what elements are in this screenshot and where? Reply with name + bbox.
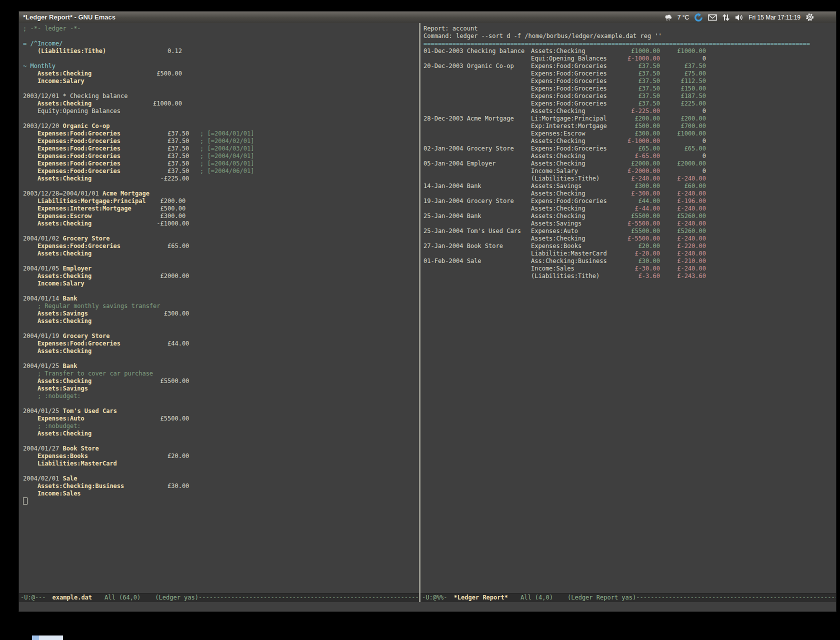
ledger-line: 2003/12/28=2004/01/01 Acme Mortgage xyxy=(23,190,419,198)
left-modeline[interactable]: -U:@---example.datAll (64,0)(Ledger yas)… xyxy=(19,593,419,602)
ledger-line: ; :nobudget: xyxy=(23,392,419,400)
ledger-line: 2004/01/14 Bank xyxy=(23,295,419,302)
register-row: 05-Jan-2004 EmployerAssets:Checking£2000… xyxy=(424,160,836,168)
register-row: Income:Sales£-30.00£-240.00 xyxy=(424,265,836,272)
ledger-line: Expenses:Food:Groceries £44.00 xyxy=(23,340,419,348)
ledger-line xyxy=(23,468,419,475)
register-row: 02-Jan-2004 Grocery StoreExpens:Food:Gro… xyxy=(424,145,836,152)
ledger-report-window: Report: account Command: ledger --sort d… xyxy=(420,23,836,602)
modeline-buffer-name: example.dat xyxy=(52,594,92,601)
modeline-position: All (4,0) xyxy=(520,594,553,601)
ledger-line: (Liabilities:Tithe) 0.12 xyxy=(23,48,419,55)
window-title: *Ledger Report* - GNU Emacs xyxy=(23,14,116,21)
register-row: 01-Dec-2003 Checking balanceAssets:Check… xyxy=(424,48,836,55)
gear-icon[interactable] xyxy=(806,13,814,22)
mail-icon[interactable] xyxy=(708,14,717,21)
volume-icon[interactable] xyxy=(735,14,744,22)
register-row: Expens:Food:Groceries£37.50£225.00 xyxy=(424,100,836,108)
ledger-line: Income:Salary xyxy=(23,280,419,288)
ledger-line: Assets:Checking £1000.00 xyxy=(23,100,419,108)
modeline-flags: -U:@%%- xyxy=(422,594,448,601)
refresh-icon[interactable] xyxy=(694,13,703,22)
ledger-line: Equity:Opening Balances xyxy=(23,108,419,115)
ledger-line xyxy=(23,438,419,445)
ledger-line: ~ Monthly xyxy=(23,62,419,70)
register-row: Expens:Food:Groceries£37.50£112.50 xyxy=(424,78,836,85)
register-row: Assets:Savings£-5500.00£-240.00 xyxy=(424,220,836,228)
taskbar-fragment[interactable] xyxy=(32,636,63,640)
ledger-line xyxy=(23,355,419,362)
register-row: Expens:Food:Groceries£37.50£187.50 xyxy=(424,92,836,100)
ledger-line xyxy=(23,32,419,40)
register-row: Assets:Checking£-44.00£-240.00 xyxy=(424,205,836,212)
clock[interactable]: Fri 15 Mar 17:11:19 xyxy=(748,14,800,21)
register-row: Assets:Checking£-225.000 xyxy=(424,108,836,115)
echo-area[interactable] xyxy=(19,602,836,612)
system-tray: 7 °C Fri 15 Mar 17:11:19 xyxy=(664,13,836,22)
weather-rain-icon[interactable] xyxy=(664,13,672,22)
modeline-position: All (64,0) xyxy=(104,594,140,601)
ledger-line: ; :nobudget: xyxy=(23,422,419,430)
ledger-line: Assets:Checking xyxy=(23,318,419,325)
modeline-dashes: ----------------------------------------… xyxy=(636,594,836,601)
ledger-line: Assets:Checking £2000.00 xyxy=(23,272,419,280)
ledger-line: Assets:Savings £300.00 xyxy=(23,310,419,318)
ledger-line xyxy=(23,498,419,505)
modeline-modes: (Ledger yas) xyxy=(155,594,198,601)
modeline-modes: (Ledger Report yas) xyxy=(568,594,636,601)
register-rows: 01-Dec-2003 Checking balanceAssets:Check… xyxy=(424,48,836,280)
ledger-line: Liabilities:Mortgage:Principal £200.00 xyxy=(23,198,419,205)
ledger-line xyxy=(23,115,419,122)
register-row: 19-Jan-2004 Grocery StoreExpens:Food:Gro… xyxy=(424,198,836,205)
ledger-line xyxy=(23,325,419,332)
ledger-line xyxy=(23,182,419,190)
ledger-line: 2003/12/01 * Checking balance xyxy=(23,92,419,100)
ledger-line: = /^Income/ xyxy=(23,40,419,48)
ledger-line: ; -*- ledger -*- xyxy=(23,25,419,32)
register-row: 20-Dec-2003 Organic Co-opExpens:Food:Gro… xyxy=(424,62,836,70)
ledger-line xyxy=(23,288,419,295)
ledger-line: Expenses:Auto £5500.00 xyxy=(23,415,419,422)
ledger-line: Expenses:Food:Groceries £65.00 xyxy=(23,242,419,250)
ledger-line xyxy=(23,400,419,408)
ledger-line: Assets:Checking xyxy=(23,348,419,355)
ledger-line: Expenses:Food:Groceries £37.50 ; [=2004/… xyxy=(23,160,419,168)
ledger-line: Assets:Checking xyxy=(23,430,419,438)
ledger-line xyxy=(23,258,419,265)
ledger-line: ; Transfer to cover car purchase xyxy=(23,370,419,378)
ledger-report-buffer[interactable]: Report: account Command: ledger --sort d… xyxy=(420,23,836,593)
temperature: 7 °C xyxy=(678,14,689,21)
ledger-line: 2004/01/19 Grocery Store xyxy=(23,332,419,340)
ledger-line: 2004/01/25 Tom's Used Cars xyxy=(23,408,419,415)
ledger-source-window: ; -*- ledger -*-= /^Income/ (Liabilities… xyxy=(19,23,419,602)
ledger-line: Assets:Checking:Business £30.00 xyxy=(23,482,419,490)
ledger-line: Assets:Checking £5500.00 xyxy=(23,378,419,385)
ledger-line: Assets:Checking -£225.00 xyxy=(23,175,419,182)
network-arrows-icon[interactable] xyxy=(722,14,730,22)
ledger-line: Income:Sales xyxy=(23,490,419,498)
ledger-line: 2004/01/05 Employer xyxy=(23,265,419,272)
ledger-line xyxy=(23,55,419,62)
ledger-line: 2004/01/25 Bank xyxy=(23,362,419,370)
register-row: (Liabilities:Tithe)£-3.60£-243.60 xyxy=(424,272,836,280)
ledger-line: 2003/12/20 Organic Co-op xyxy=(23,122,419,130)
register-row: 25-Jan-2004 BankAssets:Checking£5500.00£… xyxy=(424,212,836,220)
report-separator: ========================================… xyxy=(424,40,836,48)
ledger-line: Expenses:Food:Groceries £37.50 ; [=2004/… xyxy=(23,130,419,138)
emacs-frame: *Ledger Report* - GNU Emacs 7 °C xyxy=(19,12,836,612)
ledger-line: Expenses:Books £20.00 xyxy=(23,452,419,460)
ledger-line: Assets:Checking -£1000.00 xyxy=(23,220,419,228)
register-row: Assets:Checking£-65.000 xyxy=(424,152,836,160)
register-row: Exp:Interest:Mortgage£500.00£700.00 xyxy=(424,122,836,130)
register-row: 27-Jan-2004 Book StoreExpenses:Books£20.… xyxy=(424,242,836,250)
register-row: 25-Jan-2004 Tom's Used CarsExpenses:Auto… xyxy=(424,228,836,235)
right-modeline[interactable]: -U:@%%-*Ledger Report*All (4,0)(Ledger R… xyxy=(420,593,836,602)
register-row: Liabilitie:MasterCard£-20.00£-240.00 xyxy=(424,250,836,258)
ledger-source-buffer[interactable]: ; -*- ledger -*-= /^Income/ (Liabilities… xyxy=(19,23,419,593)
register-row: 14-Jan-2004 BankAssets:Savings£300.00£60… xyxy=(424,182,836,190)
register-row: 01-Feb-2004 SaleAss:Checking:Business£30… xyxy=(424,258,836,265)
register-row: (Liabilities:Tithe)£-240.00£-240.00 xyxy=(424,175,836,182)
ledger-line: Liabilities:MasterCard xyxy=(23,460,419,468)
titlebar[interactable]: *Ledger Report* - GNU Emacs 7 °C xyxy=(19,12,836,23)
modeline-flags: -U:@--- xyxy=(20,594,46,601)
